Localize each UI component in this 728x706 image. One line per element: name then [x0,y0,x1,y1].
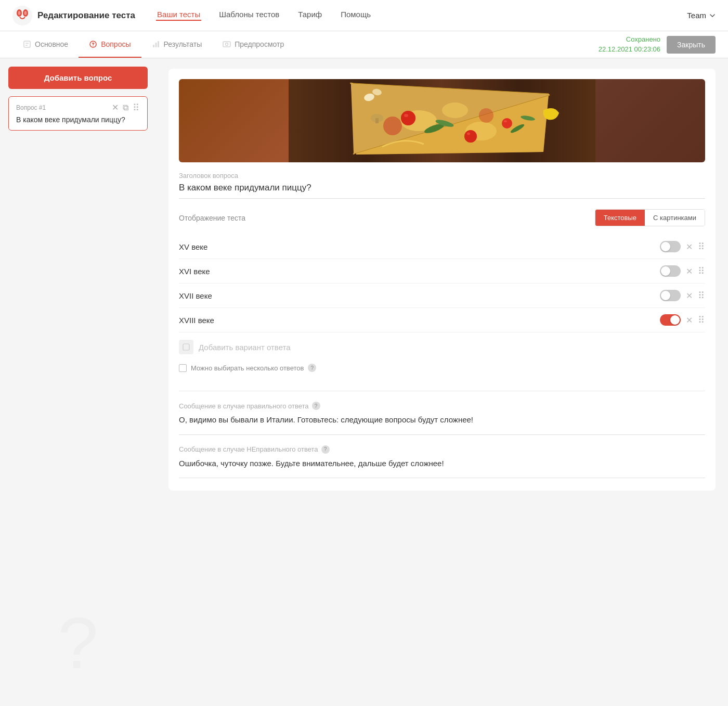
tab-questions-label: Вопросы [101,40,131,48]
answer-text-3[interactable]: XVII веке [179,291,660,300]
answer-toggle-2[interactable] [660,265,681,277]
page-title: Редактирование теста [37,10,135,21]
section-divider [179,391,705,391]
correct-message-section: Сообщение в случае правильного ответа ? … [168,402,716,435]
incorrect-message-text[interactable]: Ошибочка, чуточку позже. Будьте внимател… [179,458,705,479]
question-number: Вопрос #1 [16,104,46,111]
nav-link-pricing[interactable]: Тариф [297,10,323,21]
answer-delete-2[interactable]: ✕ [686,266,693,276]
correct-message-text[interactable]: О, видимо вы бывали в Италии. Готовьтесь… [179,414,705,435]
answer-drag-2[interactable]: ⠿ [698,265,705,277]
svg-point-9 [93,45,94,46]
delete-question-icon[interactable]: ✕ [112,104,119,112]
tab-preview-label: Предпросмотр [235,40,284,48]
add-answer-row[interactable]: Добавить вариант ответа [168,332,716,362]
tabs-bar: Основное Вопросы Результаты Предпросмотр… [0,31,728,58]
svg-rect-10 [153,45,154,47]
tab-questions[interactable]: Вопросы [79,31,141,58]
team-menu[interactable]: Team [687,11,716,20]
logo-area: Редактирование теста [12,6,135,25]
tab-main[interactable]: Основное [12,31,79,58]
answer-drag-3[interactable]: ⠿ [698,290,705,301]
display-toggle-group: Текстовые С картинками [595,209,705,226]
answer-row: XVIII веке ✕ ⠿ [179,308,705,332]
answer-row: XVII веке ✕ ⠿ [179,284,705,308]
answer-drag-4[interactable]: ⠿ [698,314,705,326]
question-label: Заголовок вопроса [179,172,705,179]
question-panel: Заголовок вопроса В каком веке придумали… [168,69,716,491]
svg-rect-12 [158,41,159,47]
nav-link-help[interactable]: Помощь [340,10,372,21]
correct-message-help-icon[interactable]: ? [312,402,320,410]
incorrect-message-section: Сообщение в случае НЕправильного ответа … [168,445,716,479]
nav-link-your-tests[interactable]: Ваши тесты [156,10,201,21]
incorrect-message-label: Сообщение в случае НЕправильного ответа … [179,445,705,454]
copy-question-icon[interactable]: ⧉ [123,104,128,112]
results-tab-icon [152,40,160,48]
answer-actions-2: ✕ ⠿ [660,265,705,277]
svg-rect-13 [223,42,230,47]
add-question-button[interactable]: Добавить вопрос [8,67,148,89]
svg-point-3 [18,11,21,15]
team-label: Team [687,11,706,20]
drag-question-icon[interactable]: ⠿ [133,103,140,112]
display-toggle-row: Отображение теста Текстовые С картинками [168,209,716,226]
sidebar-watermark: ? [58,601,98,685]
svg-rect-11 [155,43,157,47]
questions-tab-icon [89,40,97,48]
multiple-answers-checkbox[interactable] [179,364,187,372]
answer-text-1[interactable]: XV веке [179,242,660,251]
question-card-actions: ✕ ⧉ ⠿ [112,103,140,112]
svg-point-23 [479,108,493,123]
saved-label: Сохранено [599,35,660,44]
question-card: Вопрос #1 ✕ ⧉ ⠿ В каком веке придумали п… [8,96,148,131]
close-button[interactable]: Закрыть [667,36,716,54]
answer-options: XV веке ✕ ⠿ XVI веке ✕ ⠿ [168,235,716,332]
answer-actions-4: ✕ ⠿ [660,314,705,326]
answer-actions-3: ✕ ⠿ [660,290,705,301]
content-area: Заголовок вопроса В каком веке придумали… [156,58,728,706]
svg-point-26 [404,114,408,117]
question-image [179,79,705,162]
svg-point-20 [442,102,468,118]
tab-preview[interactable]: Предпросмотр [212,31,294,58]
svg-point-22 [383,117,402,135]
question-title-value[interactable]: В каком веке придумали пиццу? [179,183,705,199]
answer-delete-4[interactable]: ✕ [686,315,693,325]
sidebar: Добавить вопрос Вопрос #1 ✕ ⧉ ⠿ В каком … [0,58,156,706]
multiple-answers-help-icon[interactable]: ? [308,364,316,372]
answer-row: XVI веке ✕ ⠿ [179,259,705,284]
add-answer-label: Добавить вариант ответа [199,343,291,352]
answer-text-2[interactable]: XVI веке [179,267,660,276]
question-card-text: В каком веке придумали пиццу? [16,115,140,124]
display-label: Отображение теста [179,214,245,222]
answer-delete-3[interactable]: ✕ [686,291,693,301]
incorrect-message-help-icon[interactable]: ? [321,445,330,454]
svg-point-25 [401,111,415,125]
svg-point-30 [502,118,512,129]
answer-drag-1[interactable]: ⠿ [698,241,705,252]
pizza-image-svg [179,79,705,162]
tab-results[interactable]: Результаты [141,31,213,58]
answer-toggle-4[interactable] [660,314,681,326]
toggle-text-button[interactable]: Текстовые [595,210,645,226]
tabs-right: Сохранено 22.12.2021 00:23:06 Закрыть [599,35,716,54]
chevron-down-icon [709,12,716,19]
multiple-answers-row: Можно выбирать несколько ответов ? [168,362,716,380]
answer-delete-1[interactable]: ✕ [686,242,693,252]
svg-point-4 [24,11,27,15]
toggle-images-button[interactable]: С картинками [645,210,705,226]
preview-tab-icon [223,40,231,48]
answer-actions-1: ✕ ⠿ [660,241,705,252]
tab-results-label: Результаты [164,40,202,48]
svg-point-14 [226,43,228,45]
answer-toggle-3[interactable] [660,290,681,301]
nav-links: Ваши тесты Шаблоны тестов Тариф Помощь [156,10,687,21]
svg-point-31 [504,120,507,122]
question-card-header: Вопрос #1 ✕ ⧉ ⠿ [16,103,140,112]
svg-point-29 [467,133,470,135]
answer-text-4[interactable]: XVIII веке [179,316,660,325]
logo-icon [12,6,32,25]
answer-toggle-1[interactable] [660,241,681,252]
nav-link-templates[interactable]: Шаблоны тестов [218,10,280,21]
